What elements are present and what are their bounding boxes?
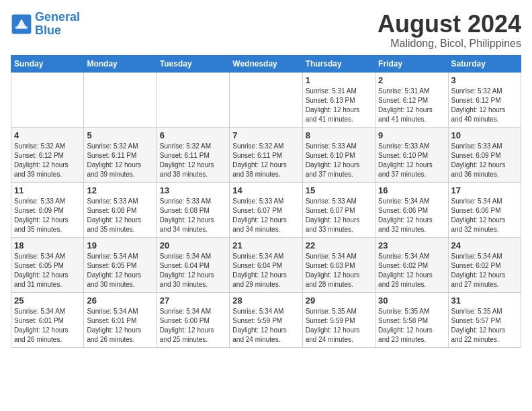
- day-number: 11: [14, 185, 81, 195]
- day-cell: 21Sunrise: 5:34 AM Sunset: 6:04 PM Dayli…: [230, 237, 302, 292]
- day-number: 10: [451, 130, 518, 140]
- day-number: 2: [378, 75, 445, 85]
- day-info: Sunrise: 5:34 AM Sunset: 6:04 PM Dayligh…: [232, 252, 299, 289]
- week-row-4: 18Sunrise: 5:34 AM Sunset: 6:05 PM Dayli…: [11, 237, 521, 292]
- day-number: 14: [232, 185, 299, 195]
- day-info: Sunrise: 5:34 AM Sunset: 6:05 PM Dayligh…: [14, 252, 81, 289]
- day-number: 18: [14, 240, 81, 250]
- day-number: 16: [378, 185, 445, 195]
- day-info: Sunrise: 5:32 AM Sunset: 6:11 PM Dayligh…: [87, 142, 153, 179]
- day-number: 23: [378, 240, 445, 250]
- day-cell: 16Sunrise: 5:34 AM Sunset: 6:06 PM Dayli…: [375, 182, 448, 237]
- day-info: Sunrise: 5:34 AM Sunset: 6:00 PM Dayligh…: [160, 307, 226, 345]
- day-cell: 8Sunrise: 5:33 AM Sunset: 6:10 PM Daylig…: [302, 127, 375, 182]
- day-number: 30: [378, 295, 445, 306]
- day-cell: [84, 72, 157, 127]
- logo: General Blue: [11, 11, 80, 38]
- day-cell: 26Sunrise: 5:34 AM Sunset: 6:01 PM Dayli…: [84, 292, 157, 347]
- day-number: 12: [87, 185, 153, 195]
- day-info: Sunrise: 5:34 AM Sunset: 6:02 PM Dayligh…: [378, 252, 445, 289]
- title-block: August 2024 Malidong, Bicol, Philippines: [378, 11, 521, 50]
- day-info: Sunrise: 5:33 AM Sunset: 6:07 PM Dayligh…: [232, 197, 299, 234]
- header-day-sunday: Sunday: [11, 55, 84, 72]
- day-info: Sunrise: 5:33 AM Sunset: 6:10 PM Dayligh…: [378, 142, 445, 179]
- day-info: Sunrise: 5:34 AM Sunset: 6:01 PM Dayligh…: [87, 307, 153, 345]
- day-info: Sunrise: 5:32 AM Sunset: 6:11 PM Dayligh…: [232, 142, 299, 179]
- day-info: Sunrise: 5:34 AM Sunset: 6:05 PM Dayligh…: [87, 252, 153, 289]
- day-info: Sunrise: 5:33 AM Sunset: 6:10 PM Dayligh…: [306, 142, 372, 179]
- day-info: Sunrise: 5:33 AM Sunset: 6:07 PM Dayligh…: [306, 197, 372, 234]
- day-info: Sunrise: 5:34 AM Sunset: 6:04 PM Dayligh…: [160, 252, 226, 289]
- day-cell: 23Sunrise: 5:34 AM Sunset: 6:02 PM Dayli…: [375, 237, 448, 292]
- day-cell: 17Sunrise: 5:34 AM Sunset: 6:06 PM Dayli…: [448, 182, 521, 237]
- day-number: 1: [306, 75, 372, 85]
- day-info: Sunrise: 5:34 AM Sunset: 6:06 PM Dayligh…: [378, 197, 445, 234]
- day-cell: 29Sunrise: 5:35 AM Sunset: 5:59 PM Dayli…: [302, 292, 375, 347]
- header-day-thursday: Thursday: [302, 55, 375, 72]
- logo-line2: Blue: [35, 24, 61, 37]
- calendar-header: SundayMondayTuesdayWednesdayThursdayFrid…: [11, 55, 521, 72]
- day-cell: 1Sunrise: 5:31 AM Sunset: 6:13 PM Daylig…: [302, 72, 375, 127]
- day-info: Sunrise: 5:34 AM Sunset: 6:06 PM Dayligh…: [451, 197, 518, 234]
- logo-text: General Blue: [35, 11, 80, 38]
- day-number: 19: [87, 240, 153, 250]
- day-cell: 7Sunrise: 5:32 AM Sunset: 6:11 PM Daylig…: [230, 127, 302, 182]
- header-day-tuesday: Tuesday: [157, 55, 229, 72]
- day-info: Sunrise: 5:34 AM Sunset: 6:03 PM Dayligh…: [306, 252, 372, 289]
- day-number: 22: [306, 240, 372, 250]
- day-cell: 14Sunrise: 5:33 AM Sunset: 6:07 PM Dayli…: [230, 182, 302, 237]
- day-cell: 24Sunrise: 5:34 AM Sunset: 6:02 PM Dayli…: [448, 237, 521, 292]
- header-day-wednesday: Wednesday: [230, 55, 302, 72]
- calendar-subtitle: Malidong, Bicol, Philippines: [378, 38, 521, 50]
- week-row-5: 25Sunrise: 5:34 AM Sunset: 6:01 PM Dayli…: [11, 292, 521, 347]
- day-cell: 15Sunrise: 5:33 AM Sunset: 6:07 PM Dayli…: [302, 182, 375, 237]
- day-info: Sunrise: 5:35 AM Sunset: 5:59 PM Dayligh…: [306, 307, 372, 345]
- day-number: 21: [232, 240, 299, 250]
- day-info: Sunrise: 5:32 AM Sunset: 6:12 PM Dayligh…: [451, 87, 518, 124]
- day-info: Sunrise: 5:34 AM Sunset: 6:02 PM Dayligh…: [451, 252, 518, 289]
- header-day-saturday: Saturday: [448, 55, 521, 72]
- day-number: 24: [451, 240, 518, 250]
- header-day-monday: Monday: [84, 55, 157, 72]
- day-cell: [230, 72, 302, 127]
- day-cell: 2Sunrise: 5:31 AM Sunset: 6:12 PM Daylig…: [375, 72, 448, 127]
- day-number: 29: [306, 295, 372, 306]
- day-info: Sunrise: 5:31 AM Sunset: 6:12 PM Dayligh…: [378, 87, 445, 124]
- day-number: 28: [232, 295, 299, 306]
- week-row-3: 11Sunrise: 5:33 AM Sunset: 6:09 PM Dayli…: [11, 182, 521, 237]
- day-info: Sunrise: 5:35 AM Sunset: 5:58 PM Dayligh…: [378, 307, 445, 345]
- page-header: General Blue August 2024 Malidong, Bicol…: [11, 11, 521, 50]
- day-info: Sunrise: 5:35 AM Sunset: 5:57 PM Dayligh…: [451, 307, 518, 345]
- day-info: Sunrise: 5:33 AM Sunset: 6:09 PM Dayligh…: [451, 142, 518, 179]
- day-number: 3: [451, 75, 518, 85]
- logo-icon: [11, 13, 32, 35]
- day-number: 13: [160, 185, 226, 195]
- day-cell: [157, 72, 229, 127]
- week-row-1: 1Sunrise: 5:31 AM Sunset: 6:13 PM Daylig…: [11, 72, 521, 127]
- calendar-body: 1Sunrise: 5:31 AM Sunset: 6:13 PM Daylig…: [11, 72, 521, 347]
- day-cell: 3Sunrise: 5:32 AM Sunset: 6:12 PM Daylig…: [448, 72, 521, 127]
- day-number: 9: [378, 130, 445, 140]
- day-info: Sunrise: 5:34 AM Sunset: 6:01 PM Dayligh…: [14, 307, 81, 345]
- calendar-table: SundayMondayTuesdayWednesdayThursdayFrid…: [11, 55, 521, 348]
- day-info: Sunrise: 5:31 AM Sunset: 6:13 PM Dayligh…: [306, 87, 372, 124]
- day-cell: 9Sunrise: 5:33 AM Sunset: 6:10 PM Daylig…: [375, 127, 448, 182]
- day-cell: 31Sunrise: 5:35 AM Sunset: 5:57 PM Dayli…: [448, 292, 521, 347]
- day-cell: 19Sunrise: 5:34 AM Sunset: 6:05 PM Dayli…: [84, 237, 157, 292]
- day-cell: 12Sunrise: 5:33 AM Sunset: 6:08 PM Dayli…: [84, 182, 157, 237]
- week-row-2: 4Sunrise: 5:32 AM Sunset: 6:12 PM Daylig…: [11, 127, 521, 182]
- day-cell: 22Sunrise: 5:34 AM Sunset: 6:03 PM Dayli…: [302, 237, 375, 292]
- day-number: 7: [232, 130, 299, 140]
- day-cell: 18Sunrise: 5:34 AM Sunset: 6:05 PM Dayli…: [11, 237, 84, 292]
- day-number: 6: [160, 130, 226, 140]
- svg-rect-2: [15, 26, 28, 28]
- day-cell: 20Sunrise: 5:34 AM Sunset: 6:04 PM Dayli…: [157, 237, 229, 292]
- day-info: Sunrise: 5:33 AM Sunset: 6:09 PM Dayligh…: [14, 197, 81, 234]
- day-info: Sunrise: 5:32 AM Sunset: 6:12 PM Dayligh…: [14, 142, 81, 179]
- day-number: 4: [14, 130, 81, 140]
- day-cell: 4Sunrise: 5:32 AM Sunset: 6:12 PM Daylig…: [11, 127, 84, 182]
- day-info: Sunrise: 5:34 AM Sunset: 5:59 PM Dayligh…: [232, 307, 299, 345]
- header-day-friday: Friday: [375, 55, 448, 72]
- day-number: 26: [87, 295, 153, 306]
- day-cell: 28Sunrise: 5:34 AM Sunset: 5:59 PM Dayli…: [230, 292, 302, 347]
